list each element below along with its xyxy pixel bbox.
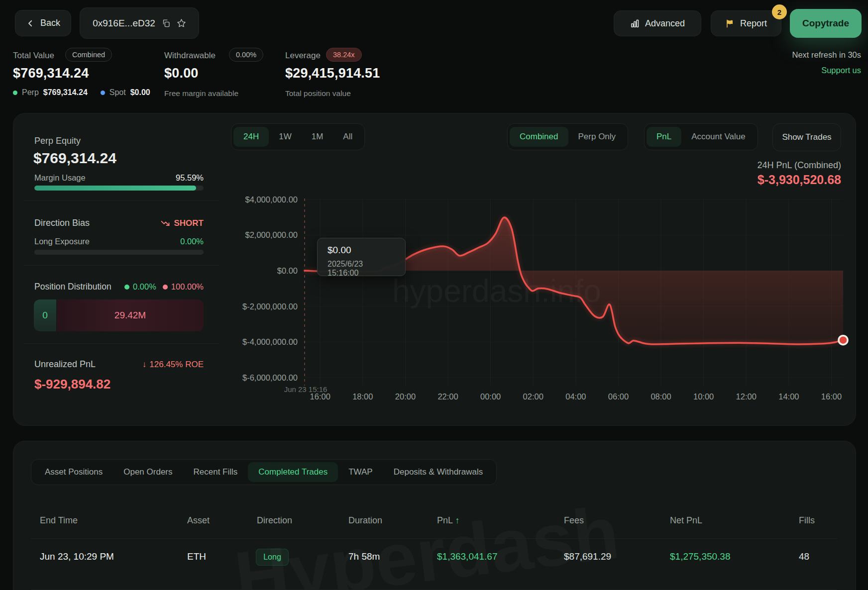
report-label: Report (740, 18, 767, 29)
tooltip-value: $0.00 (327, 245, 395, 256)
cell-end-time: Jun 23, 10:29 PM (40, 551, 114, 562)
col-fills[interactable]: Fills (799, 515, 815, 526)
withdrawable-value: $0.00 (164, 66, 199, 81)
arrow-down-icon: ↓ (142, 360, 147, 370)
advanced-label: Advanced (645, 18, 685, 29)
perp-equity-label: Perp Equity (34, 136, 81, 146)
direction-bias-row: Direction Bias SHORT (34, 218, 204, 228)
cell-net-pnl: $1,275,350.38 (670, 551, 731, 562)
wallet-address-pill[interactable]: 0x916E...eD32 (80, 7, 199, 39)
withdrawable-badge: 0.00% (229, 48, 263, 62)
refresh-countdown: Next refresh in 30s (792, 50, 861, 60)
period-1m[interactable]: 1M (302, 127, 333, 147)
long-exposure-value: 0.00% (180, 237, 204, 246)
col-direction[interactable]: Direction (257, 515, 292, 526)
margin-usage-bar (34, 186, 204, 191)
direction-bias-value: SHORT (174, 218, 204, 228)
cell-pnl: $1,363,041.67 (437, 551, 498, 562)
tab-deposits-withdrawals[interactable]: Deposits & Withdrawals (383, 462, 494, 482)
metric-account-value[interactable]: Account Value (681, 127, 755, 147)
star-icon[interactable] (177, 18, 186, 28)
period-24h[interactable]: 24H (233, 127, 269, 147)
tab-completed-trades[interactable]: Completed Trades (248, 462, 338, 482)
col-net-pnl[interactable]: Net PnL (670, 515, 702, 526)
chart-plot-area[interactable] (305, 198, 843, 386)
wallet-address: 0x916E...eD32 (93, 18, 155, 29)
spot-label: Spot (109, 88, 126, 97)
col-duration[interactable]: Duration (348, 515, 382, 526)
long-exposure-bar (34, 250, 204, 255)
table-divider (31, 538, 837, 539)
period-selector: 24H 1W 1M All (231, 123, 365, 150)
tab-recent-fills[interactable]: Recent Fills (183, 462, 248, 482)
position-distribution-row: Position Distribution 0.00% 100.00% (34, 282, 204, 292)
leverage-sub: Total position value (285, 89, 351, 98)
col-pnl[interactable]: PnL ↑ (437, 515, 459, 526)
col-fees[interactable]: Fees (564, 515, 584, 526)
copy-icon[interactable] (162, 19, 170, 27)
advanced-button[interactable]: Advanced (614, 10, 701, 36)
cell-fills: 48 (799, 551, 809, 562)
long-exposure-label: Long Exposure (34, 237, 90, 246)
divider (24, 343, 219, 344)
margin-usage-fill (34, 186, 196, 191)
support-us-link[interactable]: Support us (821, 66, 861, 75)
perp-equity-value: $769,314.24 (33, 150, 116, 167)
trending-down-icon (160, 218, 170, 228)
distribution-short-segment: 29.42M (57, 299, 204, 331)
combined-badge: Combined (65, 48, 112, 62)
copytrade-label: Copytrade (802, 18, 849, 29)
leverage-label: Leverage (285, 51, 321, 61)
long-dot-icon (124, 285, 129, 290)
long-exposure-row: Long Exposure 0.00% (34, 237, 204, 246)
position-distribution-bar: 0 29.42M (34, 299, 204, 331)
bar-chart-icon (630, 19, 640, 28)
back-button[interactable]: Back (15, 10, 71, 36)
report-button[interactable]: Report (711, 10, 781, 36)
spot-dot-icon (101, 91, 105, 95)
margin-usage-label: Margin Usage (34, 173, 86, 183)
cell-duration: 7h 58m (348, 551, 380, 562)
scope-combined[interactable]: Combined (510, 127, 568, 147)
scope-perp-only[interactable]: Perp Only (568, 127, 626, 147)
cell-asset: ETH (187, 551, 206, 562)
perp-label: Perp (22, 88, 39, 97)
margin-usage-row: Margin Usage 95.59% (34, 173, 204, 183)
report-count-badge: 2 (772, 4, 787, 19)
trades-tab-bar: Asset Positions Open Orders Recent Fills… (31, 459, 497, 485)
perp-spot-breakdown: Perp $769,314.24 Spot $0.00 (13, 88, 150, 97)
col-end-time[interactable]: End Time (40, 515, 78, 526)
period-all[interactable]: All (333, 127, 362, 147)
withdrawable-sub: Free margin available (164, 89, 238, 98)
position-distribution-label: Position Distribution (34, 282, 111, 292)
total-value: $769,314.24 (13, 66, 89, 81)
roe-value: 126.45% ROE (149, 360, 204, 370)
leverage-badge: 38.24x (326, 48, 362, 62)
chevron-left-icon (26, 19, 35, 28)
flag-icon (725, 19, 735, 28)
metric-selector: PnL Account Value (644, 123, 758, 150)
period-1w[interactable]: 1W (269, 127, 302, 147)
short-pct: 100.00% (171, 282, 204, 292)
withdrawable-label: Withdrawable (164, 51, 216, 61)
show-trades-button[interactable]: Show Trades (772, 123, 841, 151)
total-value-label: Total Value (13, 51, 54, 61)
trader-dashboard: Back 0x916E...eD32 Advanced Report 2 Cop… (0, 0, 868, 590)
perp-dot-icon (13, 91, 17, 95)
back-label: Back (40, 18, 60, 28)
tab-open-orders[interactable]: Open Orders (113, 462, 183, 482)
scope-selector: Combined Perp Only (507, 123, 628, 150)
short-dot-icon (163, 285, 168, 290)
spot-value: $0.00 (130, 88, 150, 97)
divider (24, 265, 219, 266)
chart-tooltip: $0.00 2025/6/23 15:16:00 (317, 238, 406, 276)
tab-asset-positions[interactable]: Asset Positions (34, 462, 113, 482)
copytrade-button[interactable]: Copytrade (790, 9, 862, 38)
leverage-value: $29,415,914.51 (285, 66, 380, 81)
tooltip-time: 2025/6/23 15:16:00 (327, 260, 395, 278)
col-asset[interactable]: Asset (187, 515, 210, 526)
metric-pnl[interactable]: PnL (647, 127, 681, 147)
tab-twap[interactable]: TWAP (338, 462, 383, 482)
margin-usage-value: 95.59% (176, 173, 204, 183)
cell-fees: $87,691.29 (564, 551, 611, 562)
